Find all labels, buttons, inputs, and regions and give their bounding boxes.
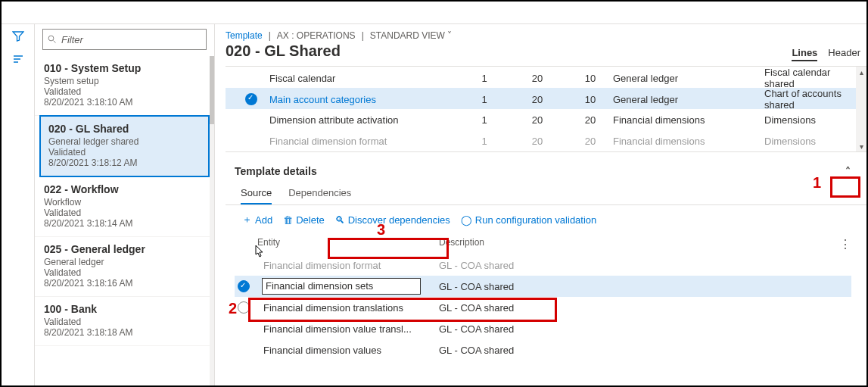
tab-source[interactable]: Source: [241, 187, 272, 204]
grid-cell: Chart of accounts shared: [764, 88, 854, 111]
sidebar-item-ts: 8/20/2021 3:18:18 AM: [44, 327, 205, 338]
grid-cell: General ledger: [613, 94, 764, 105]
subgrid-row[interactable]: Financial dimension value transl...GL - …: [235, 318, 851, 339]
sidebar-item-status: Validated: [48, 147, 201, 158]
trash-icon: 🗑: [283, 214, 293, 226]
tab-dependencies[interactable]: Dependencies: [288, 187, 351, 204]
grid-cell: 1: [462, 94, 507, 105]
subgrid-entity: Financial dimension translations: [257, 302, 439, 314]
sidebar-item-status: Validated: [44, 208, 205, 218]
sidebar-item-sub: General ledger: [44, 257, 205, 267]
sidebar-item-title: 010 - System Setup: [44, 62, 205, 74]
grid-cell-name: Main account categories: [265, 94, 462, 105]
subgrid-row[interactable]: Financial dimension valuesGL - COA share…: [235, 339, 851, 360]
crumb-view[interactable]: STANDARD VIEW ˅: [370, 30, 452, 41]
add-button[interactable]: ＋Add: [242, 213, 272, 226]
grid-cell-name: Fiscal calendar: [265, 73, 462, 84]
scroll-thumb[interactable]: [210, 56, 214, 124]
sidebar-item-title: 100 - Bank: [44, 303, 205, 315]
subgrid-entity: Financial dimension value transl...: [257, 323, 439, 335]
scroll-down-icon[interactable]: ▾: [856, 141, 866, 151]
grid-cell: 10: [568, 94, 613, 105]
grid-cell: 1: [462, 73, 507, 84]
row-radio[interactable]: [238, 280, 250, 292]
delete-button[interactable]: 🗑Delete: [283, 214, 325, 226]
grid-cell: Financial dimensions: [613, 136, 764, 147]
grid-row[interactable]: Fiscal calendar12010General ledgerFiscal…: [226, 67, 866, 88]
tab-lines[interactable]: Lines: [792, 47, 817, 61]
collapse-caret[interactable]: ˄: [838, 163, 857, 179]
sidebar-item-status: Validated: [44, 267, 205, 278]
sidebar-item[interactable]: 022 - WorkflowWorkflowValidated8/20/2021…: [35, 177, 214, 237]
list-icon[interactable]: [11, 51, 26, 67]
grid-cell: Dimensions: [764, 114, 854, 126]
more-icon[interactable]: ⋮: [829, 237, 851, 251]
sidebar-item-title: 025 - General ledger: [44, 243, 205, 255]
svg-point-0: [48, 36, 54, 41]
entity-subgrid: Entity Description ⋮ Financial dimension…: [226, 234, 866, 360]
grid-cell: 1: [462, 136, 507, 147]
sidebar-item[interactable]: 020 - GL SharedGeneral ledger sharedVali…: [39, 115, 210, 177]
col-description: Description: [439, 237, 829, 251]
grid-cell: 20: [507, 136, 568, 147]
filter-placeholder: Filter: [61, 34, 83, 45]
sidebar: Filter 010 - System SetupSystem setupVal…: [35, 24, 215, 386]
run-validation-button[interactable]: ◯Run configuration validation: [461, 214, 596, 226]
crumb-template[interactable]: Template: [226, 30, 263, 41]
sidebar-item-title: 020 - GL Shared: [48, 123, 201, 135]
discover-dependencies-button[interactable]: 🔍︎Discover dependencies: [335, 214, 450, 226]
page-title: 020 - GL Shared: [226, 42, 341, 60]
sidebar-list: 010 - System SetupSystem setupValidated8…: [35, 56, 214, 386]
sidebar-item-ts: 8/20/2021 3:18:16 AM: [44, 278, 205, 289]
grid-cell: 20: [568, 114, 613, 126]
grid-row[interactable]: Main account categories12010General ledg…: [226, 88, 866, 109]
sidebar-item[interactable]: 025 - General ledgerGeneral ledgerValida…: [35, 237, 214, 297]
grid-row[interactable]: Dimension attribute activation12020Finan…: [226, 109, 866, 130]
entity-grid: Fiscal calendar12010General ledgerFiscal…: [226, 66, 866, 152]
sidebar-item-ts: 8/20/2021 3:18:14 AM: [44, 218, 205, 229]
details-tabs: Source Dependencies: [226, 184, 866, 205]
grid-cell: Financial dimensions: [613, 114, 764, 126]
subgrid-desc: GL - COA shared: [439, 302, 851, 314]
scroll-up-icon[interactable]: ▴: [856, 67, 866, 77]
subgrid-row[interactable]: Financial dimension setsGL - COA shared: [235, 276, 851, 297]
subgrid-row[interactable]: Financial dimension translationsGL - COA…: [235, 297, 851, 318]
sidebar-item-status: Validated: [44, 86, 205, 97]
subgrid-row[interactable]: Financial dimension formatGL - COA share…: [235, 254, 851, 276]
tab-header[interactable]: Header: [828, 47, 860, 58]
sidebar-item[interactable]: 010 - System SetupSystem setupValidated8…: [35, 56, 214, 116]
filter-icon[interactable]: [11, 29, 26, 44]
left-rail: [2, 24, 35, 386]
grid-cell-name: Dimension attribute activation: [265, 114, 462, 126]
breadcrumb: Template | AX : OPERATIONS | STANDARD VI…: [226, 30, 866, 41]
grid-scrollbar[interactable]: ▴ ▾: [856, 67, 866, 151]
subgrid-desc: GL - COA shared: [439, 345, 851, 356]
sidebar-item-sub: General ledger shared: [48, 136, 201, 147]
sidebar-item-title: 022 - Workflow: [44, 183, 205, 195]
sidebar-item-ts: 8/20/2021 3:18:12 AM: [48, 158, 201, 168]
grid-cell: Fiscal calendar shared: [764, 67, 854, 89]
subgrid-desc: GL - COA shared: [439, 323, 851, 335]
filter-input[interactable]: Filter: [42, 29, 207, 50]
subgrid-entity: Financial dimension format: [257, 260, 439, 271]
row-radio[interactable]: [238, 301, 250, 314]
grid-cell: 1: [462, 114, 507, 126]
grid-cell: Dimensions: [764, 136, 854, 147]
sidebar-item-sub: System setup: [44, 76, 205, 86]
check-icon: [245, 93, 257, 105]
grid-row[interactable]: Financial dimension format12020Financial…: [226, 130, 866, 151]
sidebar-item-sub: Workflow: [44, 197, 205, 208]
grid-cell: 20: [507, 94, 568, 105]
col-entity: Entity: [257, 237, 439, 251]
sidebar-item-ts: 8/20/2021 3:18:10 AM: [44, 97, 205, 108]
plus-icon: ＋: [242, 213, 252, 226]
main-pane: Template | AX : OPERATIONS | STANDARD VI…: [215, 24, 866, 386]
sidebar-item[interactable]: 100 - BankValidated8/20/2021 3:18:18 AM: [35, 297, 214, 346]
subgrid-entity: Financial dimension sets: [262, 278, 421, 295]
subgrid-entity: Financial dimension values: [257, 345, 439, 356]
search-icon: 🔍︎: [335, 214, 345, 226]
subgrid-desc: GL - COA shared: [439, 281, 851, 292]
grid-cell-name: Financial dimension format: [265, 136, 462, 147]
grid-cell: 20: [568, 136, 613, 147]
search-icon: [48, 35, 57, 44]
